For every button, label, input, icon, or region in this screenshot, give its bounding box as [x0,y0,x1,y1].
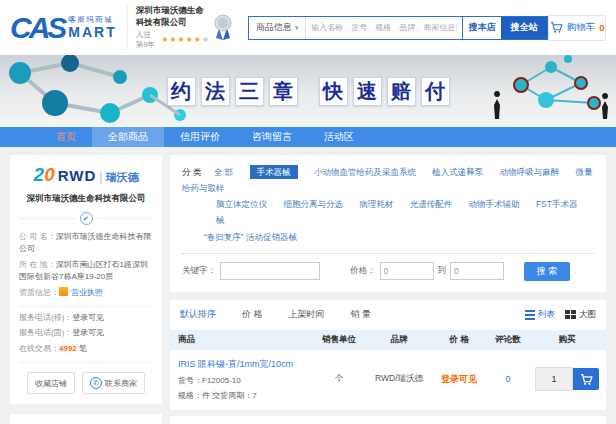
category-surgical-instruments[interactable]: 手术器械 [250,165,298,179]
sidebar: 20 RWD | 瑞沃德 深圳市瑞沃德生命科技有限公司 ✔ 公 司 名：深圳市瑞… [10,155,162,424]
product-comment-count[interactable]: 0 [488,374,528,384]
product-brand: RWD/瑞沃德 [368,373,430,385]
badge-divider: ✔ [19,212,153,225]
certificate-line: 资质信息：营业执照 [19,287,153,299]
nav-credit-rating[interactable]: 信用评价 [164,127,236,147]
category-respiration-anesthesia[interactable]: 动物呼吸与麻醉 [500,167,560,177]
category-pathology-consumables[interactable]: 病理耗材 [359,199,393,209]
slogan-char: 法 [201,77,230,106]
search-category-dropdown[interactable]: 商品信息 ▾ [249,17,306,39]
divider [182,253,594,254]
shop-action-buttons: 收藏店铺 ✆ 联系商家 [19,372,153,394]
slogan-char: 付 [421,77,450,106]
category-stereotaxic[interactable]: 脑立体定位仪 [216,199,267,209]
divider [19,306,153,307]
slogan-char: 三 [235,77,264,106]
main-panel: 分 类 全 部 手术器械 小动物血管给药及采血系统 植入式递释泵 动物呼吸与麻醉… [170,155,606,424]
online-service-card: 在线客服 [10,414,162,424]
chevron-down-icon: ▾ [295,24,299,32]
sort-bar: 默认排序 价 格 上架时间 销 量 列表 大图 [170,300,606,330]
company-name-line: 公 司 名：深圳市瑞沃德生命科技有限公司 [19,231,153,256]
online-trades-line: 在线交易：4992 笔 [19,343,153,355]
product-row: 精细镊-直/尖部0.35x0.55mm/11cm 货号：F13002-11 规格… [170,416,606,424]
search-store-button[interactable]: 搜本店 [462,17,501,39]
favorite-shop-button[interactable]: 收藏店铺 [27,372,75,394]
sort-sales[interactable]: 销 量 [351,308,372,321]
add-to-cart-button[interactable] [573,368,599,390]
banner-slogan: 约 法 三 章 快 速 赔 付 [0,55,616,127]
rwd-logo-chinese: 瑞沃德 [105,170,138,185]
category-optogenetics-accessories[interactable]: 光遗传配件 [410,199,453,209]
product-price: 登录可见 [430,373,488,386]
shop-info-card: 20 RWD | 瑞沃德 深圳市瑞沃德生命科技有限公司 ✔ 公 司 名：深圳市瑞… [10,155,162,404]
member-since-label: 入驻第9年 [136,30,158,50]
cart-count-badge: 0 [599,22,604,33]
nav-inquiry-messages[interactable]: 咨询留言 [236,127,308,147]
sort-default[interactable]: 默认排序 [180,308,216,321]
grid-view-icon [565,310,576,319]
category-implantable-pumps[interactable]: 植入式递释泵 [432,167,483,177]
cart-button[interactable]: 购物车 0 [548,15,606,41]
category-fst-instruments[interactable]: FST手术器械 [216,199,577,225]
search-input[interactable] [306,17,462,39]
slogan-char: 快 [319,77,348,106]
product-row: IRIS 眼科镊-直/1mm宽/10cm 货号：F12005-10 规格：件 交… [170,350,606,410]
header-price: 价 格 [430,334,488,346]
rwd-logo: 20 RWD | 瑞沃德 [19,165,153,185]
cart-label: 购物车 [567,21,596,34]
casmart-logo[interactable]: CAS 喀斯玛商城 MART [10,13,117,43]
cart-icon [550,21,563,34]
nav-all-products[interactable]: 全部商品 [92,127,164,147]
list-view-icon [525,310,535,320]
product-main-cell: IRIS 眼科镊-直/1mm宽/10cm 货号：F12005-10 规格：件 交… [170,358,310,401]
keyword-filter-row: 关键字： 价格： 到 搜 索 [182,262,594,281]
contact-icon: ✆ [90,377,102,389]
trade-count: 4992 [59,344,77,353]
slogan-char: 章 [269,77,298,106]
nav-activity-zone[interactable]: 活动区 [308,127,370,147]
contact-seller-button[interactable]: ✆ 联系商家 [82,372,145,394]
logo-mart-text: MART [68,25,116,40]
quantity-input[interactable] [535,367,573,391]
store-name: 深圳市瑞沃德生命科技有限公司 [136,5,210,27]
category-all[interactable]: 全 部 [214,167,233,177]
slogan-char: 约 [167,77,196,106]
category-cell-separation[interactable]: 细胞分离与分选 [283,199,343,209]
header-product: 商品 [170,334,310,346]
rwd-logo-text: RWD [58,167,97,184]
business-license-link[interactable]: 营业执照 [71,288,103,297]
store-rating-stars: ★★★★★★ [161,36,210,44]
logo-right: 喀斯玛商城 MART [68,15,116,40]
sort-listing-time[interactable]: 上架时间 [289,308,325,321]
keyword-input[interactable] [220,262,320,280]
top-header: CAS 喀斯玛商城 MART 深圳市瑞沃德生命科技有限公司 入驻第9年 ★★★★… [0,0,616,55]
medal-icon [212,14,234,42]
category-vascular-dosing[interactable]: 小动物血管给药及采血系统 [314,167,416,177]
nav-home[interactable]: 首页 [40,127,92,147]
filter-search-button[interactable]: 搜 索 [524,262,570,281]
header-brand: 品牌 [368,334,430,346]
search-category-label: 商品信息 [256,21,292,34]
sort-price[interactable]: 价 格 [242,308,263,321]
product-title-link[interactable]: IRIS 眼科镊-直/1mm宽/10cm [178,358,310,371]
license-icon [59,287,68,296]
divider [19,362,153,363]
price-to-input[interactable] [450,262,504,280]
keyword-label: 关键字： [182,265,216,277]
category-surgery-assist[interactable]: 动物手术辅助 [469,199,520,209]
slogan-char: 速 [353,77,382,106]
header-buy: 购买 [528,334,606,346]
grid-view-toggle[interactable]: 大图 [565,309,596,321]
category-promo-instruments[interactable]: “春归复序” 活动促销器械 [204,232,297,242]
price-from-input[interactable] [380,262,434,280]
search-all-button[interactable]: 搜全站 [501,17,547,39]
promo-banner: 约 法 三 章 快 速 赔 付 [0,55,616,127]
member-row: 入驻第9年 ★★★★★★ [136,30,210,50]
rwd-anniversary-number: 20 [34,165,55,184]
phone-mobile-line: 服务电话(移)：登录可见 [19,312,153,324]
list-view-toggle[interactable]: 列表 [525,309,555,321]
content: 20 RWD | 瑞沃德 深圳市瑞沃德生命科技有限公司 ✔ 公 司 名：深圳市瑞… [0,147,616,424]
product-list-card: 默认排序 价 格 上架时间 销 量 列表 大图 [170,300,606,350]
store-nav: 首页 全部商品 信用评价 咨询留言 活动区 [0,127,616,147]
category-row-2: 脑立体定位仪 细胞分离与分选 病理耗材 光遗传配件 动物手术辅助 FST手术器械 [216,196,594,228]
